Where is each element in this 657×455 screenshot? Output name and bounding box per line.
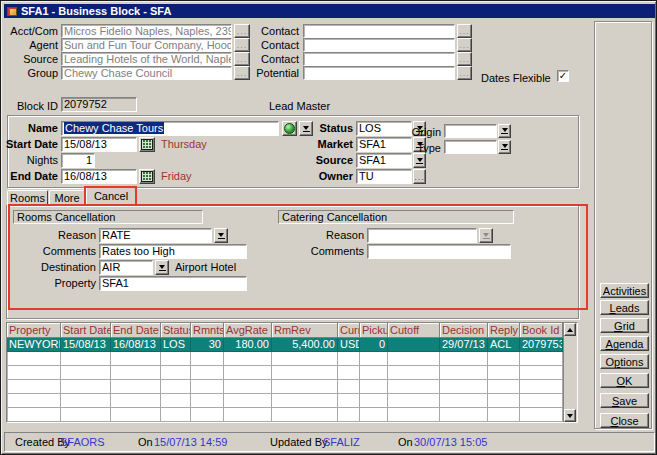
created-on-label: On — [138, 436, 153, 448]
grid-column-header[interactable]: Pickup — [360, 323, 388, 338]
rooms-destination-dropdown-button[interactable] — [155, 260, 169, 275]
grid-column-header[interactable]: Reply — [488, 323, 520, 338]
grid-data-row[interactable]: NEWYORK15/08/1316/08/13LOS30180.005,400.… — [7, 338, 563, 352]
tab-rooms[interactable]: Rooms — [7, 190, 48, 206]
catering-comments-label: Comments — [289, 245, 364, 258]
nights-field[interactable]: 1 — [61, 153, 95, 168]
owner-field[interactable]: TU — [356, 169, 412, 184]
grid-column-header[interactable]: Status — [161, 323, 191, 338]
grid-column-header[interactable]: Rmnts — [191, 323, 224, 338]
grid-cell — [338, 394, 360, 408]
grid-cell — [7, 380, 61, 394]
rooms-reason-field[interactable]: RATE — [99, 228, 212, 243]
grid-cell — [440, 394, 488, 408]
source2-label: Source — [293, 154, 353, 167]
leads-button[interactable]: Leads — [600, 300, 649, 315]
grid-column-header[interactable]: Start Date — [61, 323, 111, 338]
account-field-source: Leading Hotels of the World, Naples, — [61, 52, 232, 66]
activities-button[interactable]: Activities — [600, 283, 649, 298]
grid-cell — [488, 394, 520, 408]
grid-column-header[interactable]: Property — [7, 323, 61, 338]
grid-cell — [191, 366, 224, 380]
contact-lov-button[interactable]: ... — [457, 52, 472, 66]
contact-field[interactable] — [303, 24, 455, 38]
grid-column-header[interactable]: Book Id — [520, 323, 563, 338]
grid-cell — [7, 408, 61, 422]
origin-dropdown-button[interactable] — [498, 124, 511, 138]
grid-cell — [272, 380, 338, 394]
rooms-property-field[interactable]: SFA1 — [99, 276, 247, 291]
agenda-button[interactable]: Agenda — [600, 336, 649, 351]
contact-field[interactable] — [303, 38, 455, 52]
grid-column-header[interactable]: AvgRate — [224, 323, 272, 338]
contact-lov-button[interactable]: ... — [457, 24, 472, 38]
grid-empty-row — [7, 380, 563, 394]
type-field[interactable] — [444, 140, 497, 154]
scroll-up-button[interactable] — [564, 323, 576, 336]
ellipsis-icon: ... — [237, 56, 248, 62]
grid-cell — [61, 394, 111, 408]
rooms-property-label: Property — [21, 277, 96, 290]
close-button[interactable]: Close — [600, 413, 649, 428]
contact-lov-button[interactable]: ... — [457, 66, 472, 80]
contact-lov-button[interactable]: ... — [457, 38, 472, 52]
contact-field[interactable] — [303, 52, 455, 66]
grid-scrollbar[interactable] — [563, 323, 577, 422]
grid-cell — [224, 366, 272, 380]
title-bar[interactable]: SFA1 - Business Block - SFA — [4, 4, 655, 18]
grid-cell — [272, 366, 338, 380]
tab-more[interactable]: More — [49, 190, 85, 206]
type-dropdown-button[interactable] — [498, 140, 511, 154]
grid-cell — [111, 352, 161, 366]
contact-field-label: Contact — [251, 53, 299, 66]
grid-column-header[interactable]: End Date — [111, 323, 161, 338]
grid-column-header[interactable]: RmRev — [272, 323, 338, 338]
grid-empty-row — [7, 352, 563, 366]
grid-cell — [161, 408, 191, 422]
calendar-icon — [141, 171, 153, 182]
ellipsis-icon: ... — [237, 70, 248, 76]
start-date-field[interactable]: 15/08/13 — [61, 137, 137, 152]
source-dropdown-button[interactable] — [413, 153, 426, 168]
account-lov-button: ... — [234, 38, 250, 52]
potential-field[interactable] — [303, 66, 455, 80]
grid-cell: 2079753 — [520, 338, 563, 352]
name-field[interactable]: Chewy Chase Tours — [61, 121, 279, 136]
tab-cancel[interactable]: Cancel — [86, 187, 136, 206]
created-on-value: 15/07/13 14:59 — [154, 436, 227, 448]
grid-column-header[interactable]: Decision — [440, 323, 488, 338]
start-date-calendar-button[interactable] — [139, 137, 155, 152]
start-date-label: Start Date — [3, 138, 58, 151]
catering-cancellation-header: Catering Cancellation — [278, 210, 514, 224]
ok-button[interactable]: OK — [600, 373, 649, 388]
dates-flexible-checkbox[interactable]: ✓ — [557, 70, 569, 82]
rooms-destination-field[interactable]: AIR — [99, 260, 153, 275]
grid-button[interactable]: Grid — [600, 318, 649, 333]
catering-comments-field[interactable] — [367, 244, 511, 259]
catering-reason-dropdown-button — [479, 228, 493, 243]
grid-cell: 180.00 — [224, 338, 272, 352]
grid-cell — [338, 366, 360, 380]
ellipsis-icon: ... — [459, 56, 470, 62]
grid-cell — [520, 408, 563, 422]
grid-cell — [440, 380, 488, 394]
save-button[interactable]: Save — [600, 393, 649, 408]
origin-field[interactable] — [444, 124, 497, 138]
owner-lov-button[interactable]: ... — [413, 169, 426, 184]
scroll-down-button[interactable] — [564, 409, 576, 422]
source2-field[interactable]: SFA1 — [356, 153, 412, 168]
grid-cell — [161, 394, 191, 408]
grid-column-header[interactable]: Cutoff — [388, 323, 440, 338]
rooms-comments-field[interactable]: Rates too High — [99, 244, 247, 259]
options-button[interactable]: Options — [600, 354, 649, 369]
rooms-reason-label: Reason — [21, 229, 96, 242]
rooms-reason-dropdown-button[interactable] — [214, 228, 228, 243]
grid-cell — [388, 394, 440, 408]
created-by-value: SFAORS — [60, 436, 105, 448]
grid-cell: NEWYORK — [7, 338, 61, 352]
results-grid: PropertyStart DateEnd DateStatusRmntsAvg… — [6, 322, 578, 423]
end-date-calendar-button[interactable] — [139, 169, 155, 184]
end-date-field[interactable]: 16/08/13 — [61, 169, 137, 184]
rooms-destination-description: Airport Hotel — [175, 261, 236, 274]
grid-column-header[interactable]: Curr. — [338, 323, 360, 338]
